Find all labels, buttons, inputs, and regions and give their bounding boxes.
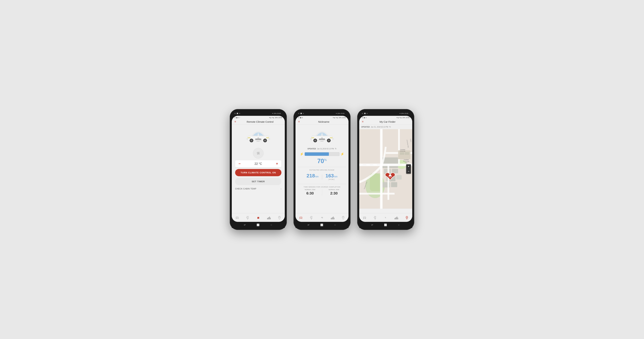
nav-location-3[interactable]: [402, 215, 412, 221]
phone-3-status-bar: G ▣ ⊙ ▾▲ ▾▲ 15% 23:00: [359, 116, 412, 119]
svg-text:LEAF: LEAF: [256, 141, 260, 142]
svg-rect-57: [398, 129, 400, 165]
svg-point-26: [314, 139, 316, 142]
android-recent-3[interactable]: ↵: [371, 223, 373, 226]
battery-percent-unit: %: [324, 158, 327, 162]
svg-rect-16: [268, 217, 269, 219]
temp-decrease-button[interactable]: −: [238, 162, 241, 166]
svg-text:Park: Park: [405, 162, 407, 164]
phone-1-car-image: N LEAF: [232, 125, 285, 147]
svg-rect-36: [334, 218, 334, 219]
svg-point-14: [258, 217, 258, 218]
svg-rect-34: [332, 217, 332, 219]
phone-2-notch: G 🔲 ⊙ ▾ 15% 23:00: [296, 111, 348, 116]
cabin-temp-label: CHECK CABIN TEMP: [235, 188, 256, 190]
menu-icon-2[interactable]: ≡: [298, 120, 300, 123]
nav-climate-2[interactable]: [317, 215, 327, 221]
temp-increase-button[interactable]: +: [276, 162, 278, 166]
fan-svg: [256, 151, 261, 156]
phone-3-carrier: G ▣ ⊙: [362, 117, 367, 119]
nav-climate-1[interactable]: [253, 215, 264, 221]
phone-1-bottom-nav: [232, 213, 285, 222]
nav-car-1[interactable]: [232, 215, 242, 221]
cabin-temp-row[interactable]: CHECK CABIN TEMP ›: [235, 187, 282, 191]
map-zoom-controls: + −: [406, 164, 411, 174]
phone-1-status-left: G 🔲 ⊙: [234, 113, 240, 114]
android-home-1[interactable]: ⬜: [256, 223, 260, 226]
nav-charge-2[interactable]: [306, 215, 317, 221]
svg-rect-18: [270, 218, 271, 219]
phone-1-signal: ▾▲: [269, 117, 272, 119]
phone-1-header: ≡ Remote Climate Control: [232, 119, 285, 125]
svg-text:Cranfield: Cranfield: [400, 149, 405, 150]
svg-rect-4: [248, 137, 250, 138]
nav-car-2[interactable]: [296, 215, 306, 221]
android-nav-3: ↵ ⬜ ←: [359, 222, 412, 228]
android-recent-1[interactable]: ↵: [244, 223, 246, 226]
svg-rect-45: [396, 175, 402, 179]
phone-2-battery: G 🔲 ⊙ ▾ 15% 23:00 G ▣ ⊙ ▾▲ ▾▲ 15% 23:00 …: [294, 109, 350, 230]
map-container[interactable]: Cranfield University Cranfield Technolog…: [359, 125, 412, 213]
divider-2: [298, 184, 346, 184]
map-refresh-icon[interactable]: ↻: [389, 126, 391, 128]
svg-rect-35: [333, 217, 334, 219]
phone-2-notch-center: [315, 113, 325, 114]
phone-3-battery: ▾▲ 15%: [400, 117, 405, 119]
android-nav-1: ↵ ⬜ ←: [232, 222, 285, 228]
battery-bar-inner: [305, 152, 329, 156]
charge-completion: TIME NEEDED FOR CHARGE COMPLETION NORMAL…: [298, 186, 346, 195]
range-val-1: 218: [306, 173, 315, 179]
nav-stats-2[interactable]: [327, 215, 338, 221]
phone-3-status-right: ▾ 15% 23:00: [400, 113, 408, 114]
svg-rect-75: [397, 217, 397, 219]
phone-3-notch: G 🔲 ⊙ ▾ 15% 23:00: [359, 111, 412, 116]
phone-2-carrier: G ▣ ⊙: [298, 117, 303, 119]
svg-rect-58: [388, 164, 390, 200]
nav-stats-1[interactable]: [264, 215, 274, 221]
svg-rect-5: [266, 137, 269, 138]
nav-car-3[interactable]: [359, 215, 370, 221]
fan-icon: [253, 148, 264, 159]
refresh-icon-2[interactable]: ↻: [335, 148, 336, 150]
phone-3-notch-center: [379, 113, 389, 114]
nav-climate-3[interactable]: [380, 215, 391, 221]
android-back-2[interactable]: ←: [334, 223, 336, 226]
car-svg-2: N LEAF: [307, 127, 337, 145]
nav-location-2[interactable]: [338, 215, 348, 221]
android-home-3[interactable]: ⬜: [384, 223, 387, 226]
menu-icon-3[interactable]: ≡: [362, 120, 364, 123]
phone-2-battery: ▾▲ 15%: [336, 117, 342, 119]
chevron-right-icon: ›: [280, 187, 282, 190]
svg-point-9: [264, 139, 266, 142]
zoom-out-button[interactable]: −: [406, 169, 411, 174]
phone-1-content: − 22 °C + TURN CLIMATE CONTROL ON SET TI…: [232, 147, 285, 213]
nav-charge-3[interactable]: [370, 215, 380, 221]
svg-rect-48: [359, 164, 412, 166]
driving-range-row: 218 km 163 km [ ❄ ON ]: [306, 173, 338, 181]
android-back-3[interactable]: ←: [398, 223, 400, 226]
phone-1-status-bar-right: ▾▲ ▾▲ 15% 23:00: [269, 117, 282, 119]
svg-rect-49: [363, 165, 366, 165]
climate-on-button[interactable]: TURN CLIMATE CONTROL ON: [235, 169, 282, 176]
phone-3-status-right: ▾▲ ▾▲ 15% 23:00: [397, 117, 410, 119]
divider-1: [298, 167, 346, 167]
nav-charge-1[interactable]: [242, 215, 253, 221]
android-recent-2[interactable]: ↵: [308, 223, 310, 226]
android-nav-2: ↵ ⬜ ←: [296, 222, 348, 228]
phone-1-notch-center: [252, 113, 262, 114]
charge-6kw-time: 2:30: [330, 191, 338, 195]
nav-stats-3[interactable]: [391, 215, 402, 221]
svg-rect-23: [312, 137, 314, 138]
nav-location-1[interactable]: [274, 215, 285, 221]
set-timer-button[interactable]: SET TIMER: [235, 178, 282, 185]
phone-2-signal: ▾▲: [333, 117, 335, 119]
menu-icon-1[interactable]: ≡: [234, 120, 236, 123]
battery-bar-outer: [304, 152, 340, 156]
charge-3kw-time: 6:30: [306, 191, 314, 195]
svg-rect-52: [398, 165, 402, 165]
android-back-1[interactable]: ←: [270, 223, 273, 226]
android-home-2[interactable]: ⬜: [320, 223, 323, 226]
zoom-in-button[interactable]: +: [406, 164, 411, 169]
phone-1-status-bar: G ▣ ⊙ ⁻ ▾▲ ▾▲ 15% 23:00: [232, 116, 285, 119]
battery-percent-value: 70: [317, 158, 324, 164]
